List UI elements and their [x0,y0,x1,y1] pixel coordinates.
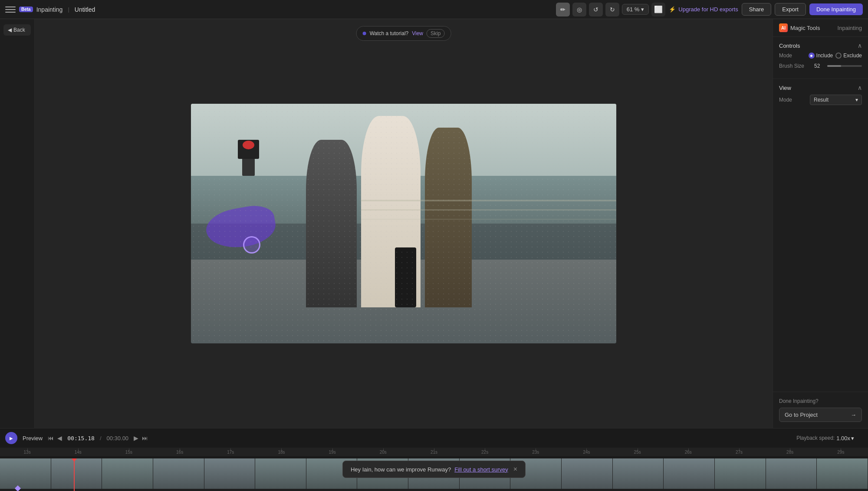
controls-body: Mode Include Exclude Brush Size 52 [773,53,868,79]
skip-forward-button[interactable]: ⏭ [142,435,148,442]
zoom-chevron: ▾ [641,6,644,13]
done-section-label: Done Inpainting? [779,398,862,404]
tutorial-skip-button[interactable]: Skip [427,29,444,38]
brush-size-slider[interactable] [827,65,862,67]
ruler-mark: 19s [307,450,358,455]
upgrade-label: Upgrade for HD exports [678,6,738,13]
ruler-mark: 17s [205,450,256,455]
controls-title: Controls [779,43,800,49]
topbar: Beta Inpainting | Untitled ✏ ◎ ↺ ↻ 61 % … [0,0,868,19]
film-frame-inner [613,458,664,489]
film-frame-inner [715,458,766,489]
panel-header: AI Magic Tools Inpainting [773,19,868,37]
mode-control-row: Mode Include Exclude [779,53,862,59]
export-button[interactable]: Export [775,3,806,16]
film-frame-inner [766,458,817,489]
zoom-value: 61 % [627,6,640,13]
mode-options: Include Exclude [809,53,862,59]
ruler-mark: 15s [103,450,154,455]
left-sidebar: ◀ Back [0,19,35,428]
film-frame [102,458,153,489]
film-frame [0,458,51,489]
brush-slider-fill [827,65,841,67]
film-frame-inner [562,458,612,489]
view-mode-dropdown[interactable]: Result ▾ [810,95,862,105]
film-frame-inner [0,458,51,489]
ruler-mark: 16s [155,450,205,455]
brush-size-row: Brush Size 52 [779,63,862,69]
share-button[interactable]: Share [742,3,772,16]
tutorial-dot [363,32,366,35]
film-frame-inner [255,458,306,489]
survey-link[interactable]: Fill out a short survey [454,466,508,473]
film-frame [255,458,306,489]
film-frame-inner [153,458,204,489]
ruler-mark: 29s [815,450,866,455]
film-frame [715,458,766,489]
film-frame [817,458,868,489]
film-frame-inner [102,458,153,489]
dropdown-chevron-icon: ▾ [855,97,858,103]
ruler-mark: 20s [358,450,408,455]
speed-value-text: 1.00x [836,435,850,442]
ruler-mark: 28s [765,450,815,455]
view-collapse-button[interactable]: ∧ [858,84,862,91]
beta-badge: Beta [19,7,33,12]
zoom-display[interactable]: 61 % ▾ [622,4,649,15]
canvas-area[interactable]: Watch a tutorial? View Skip [35,19,773,428]
doc-title[interactable]: Untitled [75,6,95,13]
app-name: Inpainting [36,6,63,13]
done-section: Done Inpainting? Go to Project → [773,392,868,428]
done-inpainting-button[interactable]: Done Inpainting [809,3,863,15]
brush-tool-button[interactable]: ✏ [556,3,570,16]
controls-collapse-button[interactable]: ∧ [858,42,862,49]
tutorial-text: Watch a tutorial? [370,30,409,36]
panel-header-left: AI Magic Tools [779,23,820,32]
speed-control: Playback speed: 1.00x ▾ [796,435,854,442]
menu-icon[interactable] [5,4,16,15]
tutorial-view-button[interactable]: View [412,30,423,36]
tutorial-bar: Watch a tutorial? View Skip [356,26,451,41]
current-time: 00:15.18 [67,435,95,442]
frame-back-button[interactable]: ◀ [57,435,62,442]
bottom-area: ▶ Preview ⏮ ◀ 00:15.18 / 00:30.00 ▶ ⏭ Pl… [0,428,868,491]
include-mode-option[interactable]: Include [809,53,833,59]
ruler-mark: 25s [612,450,663,455]
ruler-mark: 13s [2,450,53,455]
eraser-tool-button[interactable]: ◎ [572,3,586,16]
ruler-mark: 18s [256,450,307,455]
upgrade-button[interactable]: ⚡ Upgrade for HD exports [669,6,738,13]
brush-size-control: 52 [814,63,862,69]
right-panel: AI Magic Tools Inpainting Controls ∧ Mod… [773,19,868,428]
go-to-project-arrow-icon: → [851,412,856,418]
film-frame [613,458,664,489]
ruler-mark: 21s [408,450,459,455]
timeline-ruler: 13s14s15s16s17s18s19s20s21s22s23s24s25s2… [0,448,868,456]
exclude-mode-option[interactable]: Exclude [835,53,862,59]
play-button[interactable]: ▶ [5,432,17,444]
undo-button[interactable]: ↺ [589,3,603,16]
film-frame [204,458,256,489]
back-button[interactable]: ◀ Back [3,24,31,36]
redo-button[interactable]: ↻ [605,3,619,16]
film-frame-inner [664,458,714,489]
survey-banner: Hey Iain, how can we improve Runway? Fil… [342,461,526,478]
monitor-button[interactable]: ⬜ [651,3,665,16]
exclude-radio[interactable] [835,53,842,59]
include-radio[interactable] [809,53,815,59]
survey-close-button[interactable]: × [513,465,517,473]
survey-text: Hey Iain, how can we improve Runway? [351,466,451,473]
speed-value[interactable]: 1.00x ▾ [836,435,854,442]
back-icon: ◀ [8,27,12,33]
go-to-project-button[interactable]: Go to Project → [779,408,862,422]
playhead-top [72,458,77,462]
upgrade-icon: ⚡ [669,6,676,13]
film-frame [153,458,204,489]
include-label: Include [816,53,833,59]
video-canvas[interactable] [191,104,616,343]
view-mode-label: Mode [779,97,792,103]
film-frame-inner [204,458,255,489]
playhead[interactable] [74,458,75,491]
skip-back-button[interactable]: ⏮ [48,435,54,442]
frame-forward-button[interactable]: ▶ [134,435,138,442]
